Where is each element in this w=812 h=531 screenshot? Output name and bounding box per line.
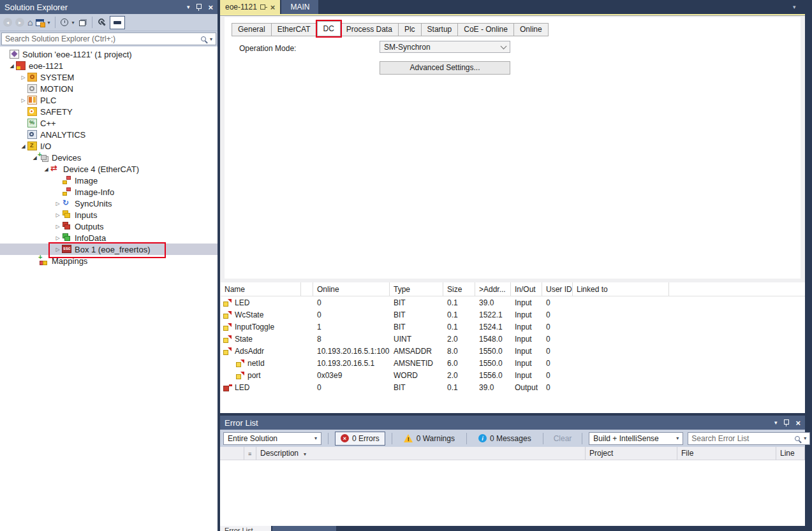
error-column-header[interactable]: Description▾	[256, 447, 586, 460]
error-column-header[interactable]: Project	[586, 447, 677, 460]
tree-item[interactable]: ▷Box 1 (eoe_freertos)	[0, 244, 218, 255]
expand-arrow-icon[interactable]: ▷	[19, 75, 27, 80]
tree-item[interactable]: ▷Inputs	[0, 209, 218, 221]
tree-item[interactable]: Image-Info	[0, 186, 218, 198]
tree-item[interactable]: Mappings	[0, 255, 218, 266]
window-position-chevron-icon[interactable]: ▾	[774, 419, 778, 426]
preview-selected-items-toggle[interactable]	[110, 16, 125, 29]
tree-item[interactable]: ▷SyncUnits	[0, 198, 218, 209]
variable-row[interactable]: WcState0BIT0.11522.1Input0	[221, 309, 805, 321]
switch-views-icon[interactable]	[36, 19, 44, 26]
document-list-chevron-icon[interactable]: ▾	[793, 4, 796, 10]
tree-item[interactable]: ANALYTICS	[0, 129, 218, 140]
collapse-arrow-icon[interactable]: ◢	[42, 166, 50, 172]
tree-item[interactable]: ◢Device 4 (EtherCAT)	[0, 163, 218, 175]
variable-row[interactable]: LED0BIT0.139.0Output0	[221, 381, 805, 393]
expand-arrow-icon[interactable]: ▷	[54, 224, 62, 229]
tree-item[interactable]: ◢I/O	[0, 140, 218, 152]
back-icon[interactable]: ◂	[3, 18, 12, 27]
tree-item[interactable]: ▷SYSTEM	[0, 71, 218, 83]
variable-row[interactable]: InputToggle1BIT0.11524.1Input0	[221, 321, 805, 333]
tree-item[interactable]: ▷InfoData	[0, 232, 218, 244]
build-filter-dropdown[interactable]: Build + IntelliSense ▾	[589, 432, 683, 445]
device-tab-dc[interactable]: DC	[317, 21, 341, 36]
search-options-chevron-icon[interactable]: ▾	[210, 36, 212, 42]
device-tab-plc[interactable]: Plc	[399, 23, 422, 36]
solution-explorer-search-box[interactable]: ▾	[1, 33, 216, 45]
pin-icon[interactable]	[260, 4, 268, 10]
variable-row[interactable]: LED0BIT0.139.0Input0	[221, 296, 805, 309]
grid-column-header[interactable]: Name	[221, 282, 301, 296]
window-position-chevron-icon[interactable]: ▾	[187, 4, 190, 10]
search-icon[interactable]	[795, 436, 800, 441]
sort-order-icon[interactable]: ≡	[244, 447, 256, 460]
tree-item[interactable]: MOTION	[0, 83, 218, 94]
messages-filter-button[interactable]: i 0 Messages	[473, 432, 536, 446]
tree-item[interactable]: ▷PLC	[0, 94, 218, 106]
solution-explorer-search-input[interactable]	[5, 34, 201, 43]
expand-arrow-icon[interactable]: ▷	[54, 212, 62, 218]
error-column-header[interactable]: Line	[776, 447, 805, 460]
search-icon[interactable]	[201, 36, 206, 41]
device-tab-general[interactable]: General	[232, 23, 272, 36]
grid-column-header[interactable]: In/Out	[511, 282, 542, 296]
grid-column-header[interactable]: User ID	[542, 282, 573, 296]
expand-arrow-icon[interactable]: ▷	[54, 235, 62, 241]
grid-column-header[interactable]: Type	[390, 282, 443, 296]
collapse-all-icon[interactable]	[79, 20, 85, 26]
close-icon[interactable]: ×	[208, 3, 213, 11]
tree-item[interactable]: ◢eoe-1121	[0, 60, 218, 71]
warnings-filter-button[interactable]: 0 Warnings	[399, 432, 460, 446]
variable-row[interactable]: State8UINT2.01548.0Input0	[221, 333, 805, 345]
device-tab-startup[interactable]: Startup	[422, 23, 459, 36]
tree-item[interactable]: SAFETY	[0, 106, 218, 117]
tree-item-label: Inputs	[75, 210, 97, 220]
grid-column-header[interactable]: Linked to	[573, 282, 669, 296]
error-column-header[interactable]: File	[677, 447, 776, 460]
filter-chevron-icon[interactable]: ▾	[304, 451, 306, 457]
search-options-chevron-icon[interactable]: ▾	[804, 435, 806, 441]
doc-tab-main[interactable]: MAIN	[281, 0, 318, 14]
error-list-search-input[interactable]	[691, 434, 795, 443]
filter-dropdown-icon[interactable]: ▾	[71, 20, 74, 25]
variable-row[interactable]: netId10.193.20.16.5.1AMSNETID6.01550.0In…	[221, 357, 805, 369]
grid-column-header[interactable]: Size	[443, 282, 475, 296]
pending-changes-filter-icon[interactable]	[61, 18, 68, 26]
grid-column-header[interactable]: >Addr...	[475, 282, 511, 296]
bottom-tab-error-list[interactable]: Error List	[220, 526, 271, 531]
scope-dropdown[interactable]: Entire Solution ▾	[223, 432, 321, 445]
tree-item[interactable]: Image	[0, 175, 218, 186]
expand-arrow-icon[interactable]: ▷	[19, 98, 27, 103]
pin-icon[interactable]	[783, 419, 789, 427]
tree-item[interactable]: C++	[0, 117, 218, 129]
device-tab-ethercat[interactable]: EtherCAT	[272, 23, 317, 36]
operation-mode-dropdown[interactable]: SM-Synchron	[380, 41, 510, 53]
tree-item[interactable]: ◢Devices	[0, 152, 218, 163]
clear-button[interactable]: Clear	[550, 434, 576, 443]
advanced-settings-button[interactable]: Advanced Settings...	[380, 61, 510, 75]
device-tab-process-data[interactable]: Process Data	[341, 23, 399, 36]
grid-column-header[interactable]	[301, 282, 313, 296]
grid-column-header[interactable]: Online	[313, 282, 390, 296]
variable-row[interactable]: port0x03e9WORD2.01556.0Input0	[221, 369, 805, 381]
device-tab-online[interactable]: Online	[514, 23, 549, 36]
device-tab-coe-online[interactable]: CoE - Online	[458, 23, 514, 36]
forward-icon[interactable]: ▸	[15, 18, 24, 27]
close-icon[interactable]: ×	[795, 419, 801, 427]
variable-row[interactable]: AdsAddr10.193.20.16.5.1:1001AMSADDR8.015…	[221, 345, 805, 357]
doc-tab-eoe-1121[interactable]: eoe-1121 ×	[220, 0, 280, 14]
collapse-arrow-icon[interactable]: ◢	[19, 143, 27, 149]
expand-arrow-icon[interactable]: ▷	[54, 201, 62, 207]
collapse-arrow-icon[interactable]: ◢	[8, 63, 16, 69]
expand-arrow-icon[interactable]: ▷	[54, 247, 62, 252]
bottom-tab-output[interactable]	[272, 526, 336, 531]
errors-filter-button[interactable]: × 0 Errors	[335, 432, 385, 446]
pin-icon[interactable]	[196, 3, 202, 11]
close-icon[interactable]: ×	[270, 3, 276, 11]
tree-item[interactable]: ▷Outputs	[0, 221, 218, 232]
tree-item[interactable]: Solution 'eoe-1121' (1 project)	[0, 48, 218, 60]
switch-views-dropdown-icon[interactable]: ▾	[47, 20, 50, 25]
error-list-search-box[interactable]: ▾	[688, 432, 810, 445]
properties-wrench-icon[interactable]	[98, 18, 107, 27]
home-icon[interactable]: ⌂	[27, 18, 33, 27]
